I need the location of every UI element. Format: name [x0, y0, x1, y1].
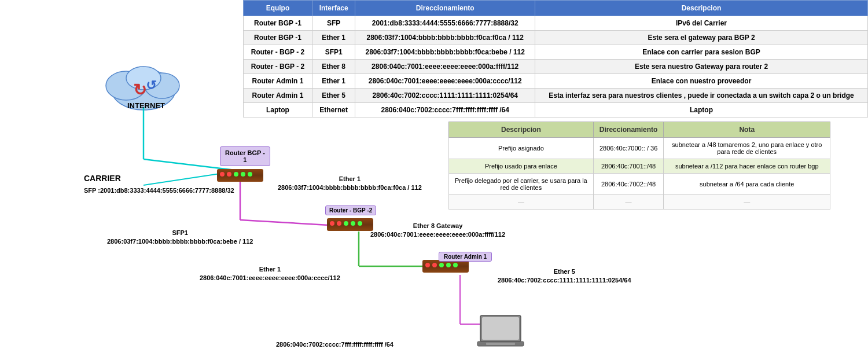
table1-row4-col1: Ether 1 — [312, 74, 355, 89]
table2-row1-col1: 2806:40c:7001::/48 — [593, 159, 664, 174]
table2-row0-col2: subnetear a /48 tomaremos 2, uno para en… — [664, 138, 830, 159]
table1-row1-col0: Router BGP -1 — [244, 31, 312, 45]
ether1-bgp2-label: Ether 1 2806:040c:7001:eeee:eeee:eeee:00… — [200, 265, 340, 283]
router-admin1-label-box: Router Admin 1 — [439, 252, 492, 262]
table1-row4-col0: Router Admin 1 — [244, 74, 312, 89]
table1-row2-col2: 2806:03f7:1004:bbbb:bbbb:bbbb:f0ca:bebe … — [355, 45, 535, 60]
col-descripcion: Descripcion — [535, 1, 868, 16]
table2-row0-col0: Prefijo asignado — [449, 138, 594, 159]
table1-row6-col0: Laptop — [244, 103, 312, 117]
table1-row4-col2: 2806:040c:7001:eeee:eeee:eeee:000a:cccc/… — [355, 74, 535, 89]
table1-row6-col3: Laptop — [535, 103, 868, 117]
router-bgp1-device — [217, 169, 263, 182]
table1-row3-col0: Router - BGP - 2 — [244, 60, 312, 74]
table1-row5-col2: 2806:40c:7002:cccc:1111:1111:1111:0254/6… — [355, 89, 535, 103]
table1-row4-col3: Enlace con nuestro proveedor — [535, 74, 868, 89]
col-interface: Interface — [312, 1, 355, 16]
table2-row1-col0: Prefijo usado para enlace — [449, 159, 594, 174]
col2-nota: Nota — [664, 122, 830, 138]
table1-row0-col0: Router BGP -1 — [244, 16, 312, 31]
table2-row1-col2: subnetear a /112 para hacer enlace con r… — [664, 159, 830, 174]
prefix-table: Descripcion Direccionamiento Nota Prefij… — [448, 122, 830, 210]
table2-row2-col2: subnetear a /64 para cada cliente — [664, 174, 830, 195]
main-table-section: Equipo Interface Direccionamiento Descri… — [243, 0, 868, 117]
svg-text:↺: ↺ — [146, 78, 156, 93]
svg-point-1 — [106, 71, 146, 100]
table1-row1-col1: Ether 1 — [312, 31, 355, 45]
table1-row6-col2: 2806:040c:7002:cccc:7fff:ffff:ffff:ffff … — [355, 103, 535, 117]
table1-row5-col0: Router Admin 1 — [244, 89, 312, 103]
col-equipo: Equipo — [244, 1, 312, 16]
table2-row2-col0: Prefijo delegado por el carrier, se usar… — [449, 174, 594, 195]
svg-line-11 — [240, 220, 339, 226]
table1-row2-col0: Router - BGP - 2 — [244, 45, 312, 60]
table2-row0-col1: 2806:40c:7000:: / 36 — [593, 138, 664, 159]
ether1-bgp1-label: Ether 1 2806:03f7:1004:bbbb:bbbb:bbbb:f0… — [278, 175, 422, 193]
table1-row1-col3: Este sera el gateway para BGP 2 — [535, 31, 868, 45]
ether5-label: Ether 5 2806:40c:7002:cccc:1111:1111:111… — [498, 267, 631, 285]
table1-row3-col1: Ether 8 — [312, 60, 355, 74]
sfp1-label: SFP1 2806:03f7:1004:bbbb:bbbb:bbbb:f0ca:… — [107, 229, 253, 247]
svg-point-2 — [145, 73, 179, 98]
col-direccionamiento: Direccionamiento — [355, 1, 535, 16]
table1-row1-col2: 2806:03f7:1004:bbbb:bbbb:bbbb:f0ca:f0ca … — [355, 31, 535, 45]
routing-table: Equipo Interface Direccionamiento Descri… — [243, 0, 868, 117]
internet-label: INTERNET — [127, 101, 165, 110]
table2-row3-col1: — — [593, 195, 664, 210]
router-bgp2-device — [327, 218, 373, 231]
laptop-device — [475, 313, 527, 355]
table1-row0-col2: 2001:db8:3333:4444:5555:6666:7777:8888/3… — [355, 16, 535, 31]
svg-rect-17 — [482, 317, 519, 340]
table1-row5-col3: Esta interfaz sera para nuestros cliente… — [535, 89, 868, 103]
table1-row5-col1: Ether 5 — [312, 89, 355, 103]
router-bgp2-label-box: Router - BGP -2 — [325, 205, 376, 215]
table1-row3-col3: Este sera nuestro Gateway para router 2 — [535, 60, 868, 74]
table1-row2-col3: Enlace con carrier para sesion BGP — [535, 45, 868, 60]
col2-descripcion: Descripcion — [449, 122, 594, 138]
router-bgp1-label-box: Router BGP -1 — [220, 146, 270, 166]
svg-rect-19 — [486, 343, 515, 345]
secondary-table-section: Descripcion Direccionamiento Nota Prefij… — [448, 122, 830, 210]
col2-direccionamiento: Direccionamiento — [593, 122, 664, 138]
table1-row3-col2: 2806:040c:7001:eeee:eeee:eeee:000a:ffff/… — [355, 60, 535, 74]
svg-point-3 — [126, 67, 161, 90]
carrier-sfp-addr: SFP :2001:db8:3333:4444:5555:6666:7777:8… — [84, 187, 234, 194]
table1-row2-col1: SFP1 — [312, 45, 355, 60]
laptop-addr-label: 2806:040c:7002:cccc:7fff:ffff:ffff:ffff … — [276, 340, 393, 349]
router-admin1-device — [422, 260, 469, 273]
table1-row0-col3: IPv6 del Carrier — [535, 16, 868, 31]
table2-row3-col2: — — [664, 195, 830, 210]
carrier-label: CARRIER SFP :2001:db8:3333:4444:5555:666… — [84, 172, 234, 196]
table1-row6-col1: Ethernet — [312, 103, 355, 117]
table2-row2-col1: 2806:40c:7002::/48 — [593, 174, 664, 195]
table1-row0-col1: SFP — [312, 16, 355, 31]
svg-text:↻: ↻ — [133, 81, 146, 99]
table2-row3-col0: — — [449, 195, 594, 210]
ether8-label: Ether 8 Gateway 2806:040c:7001:eeee:eeee… — [370, 222, 505, 240]
